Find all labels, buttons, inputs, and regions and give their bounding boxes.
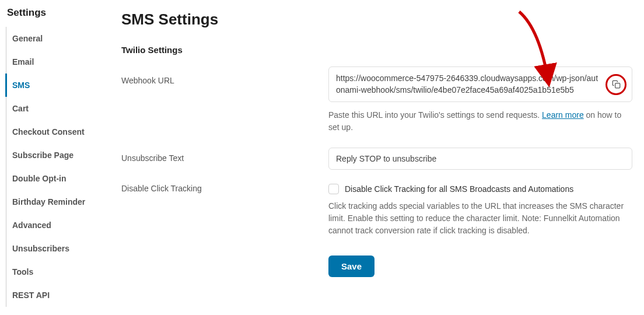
page-title: SMS Settings	[121, 10, 632, 29]
unsubscribe-label: Unsubscribe Text	[121, 148, 328, 163]
webhook-url-box: https://woocommerce-547975-2646339.cloud…	[328, 66, 632, 102]
sidebar-title: Settings	[6, 7, 117, 19]
save-button[interactable]: Save	[328, 256, 374, 277]
click-tracking-checkbox[interactable]	[328, 184, 339, 194]
copy-icon	[612, 80, 621, 89]
sidebar-item-email[interactable]: Email	[6, 50, 117, 74]
webhook-helper: Paste this URL into your Twilio's settin…	[328, 109, 632, 134]
click-tracking-description: Click tracking adds special variables to…	[328, 200, 632, 237]
unsubscribe-input[interactable]	[328, 148, 632, 170]
sidebar-item-sms[interactable]: SMS	[5, 74, 117, 97]
copy-button[interactable]	[606, 74, 626, 95]
sidebar-item-unsubscribers[interactable]: Unsubscribers	[6, 237, 117, 260]
sidebar-item-general[interactable]: General	[6, 27, 117, 50]
sidebar-list: General Email SMS Cart Checkout Consent …	[6, 27, 117, 307]
sidebar-item-tools[interactable]: Tools	[6, 260, 117, 284]
sidebar-item-checkout-consent[interactable]: Checkout Consent	[6, 120, 117, 144]
click-tracking-checkbox-label: Disable Click Tracking for all SMS Broad…	[345, 184, 573, 194]
main-content: SMS Settings Twilio Settings Webhook URL…	[117, 0, 644, 315]
webhook-label: Webhook URL	[121, 66, 328, 85]
webhook-row: Webhook URL https://woocommerce-547975-2…	[121, 66, 632, 134]
sidebar-item-rest-api[interactable]: REST API	[6, 284, 117, 307]
click-tracking-row: Disable Click Tracking Disable Click Tra…	[121, 184, 632, 237]
sidebar-item-birthday-reminder[interactable]: Birthday Reminder	[6, 190, 117, 214]
unsubscribe-row: Unsubscribe Text	[121, 148, 632, 170]
learn-more-link[interactable]: Learn more	[542, 110, 584, 120]
svg-rect-0	[615, 83, 620, 88]
click-tracking-checkbox-row: Disable Click Tracking for all SMS Broad…	[328, 184, 632, 194]
section-title: Twilio Settings	[121, 45, 632, 55]
sidebar-item-advanced[interactable]: Advanced	[6, 214, 117, 237]
webhook-helper-prefix: Paste this URL into your Twilio's settin…	[328, 110, 542, 120]
sidebar-item-cart[interactable]: Cart	[6, 97, 117, 120]
sidebar: Settings General Email SMS Cart Checkout…	[0, 0, 117, 315]
sidebar-item-subscribe-page[interactable]: Subscribe Page	[6, 144, 117, 167]
sidebar-item-double-opt-in[interactable]: Double Opt-in	[6, 167, 117, 190]
click-tracking-label: Disable Click Tracking	[121, 184, 328, 193]
webhook-url-value: https://woocommerce-547975-2646339.cloud…	[336, 73, 625, 96]
